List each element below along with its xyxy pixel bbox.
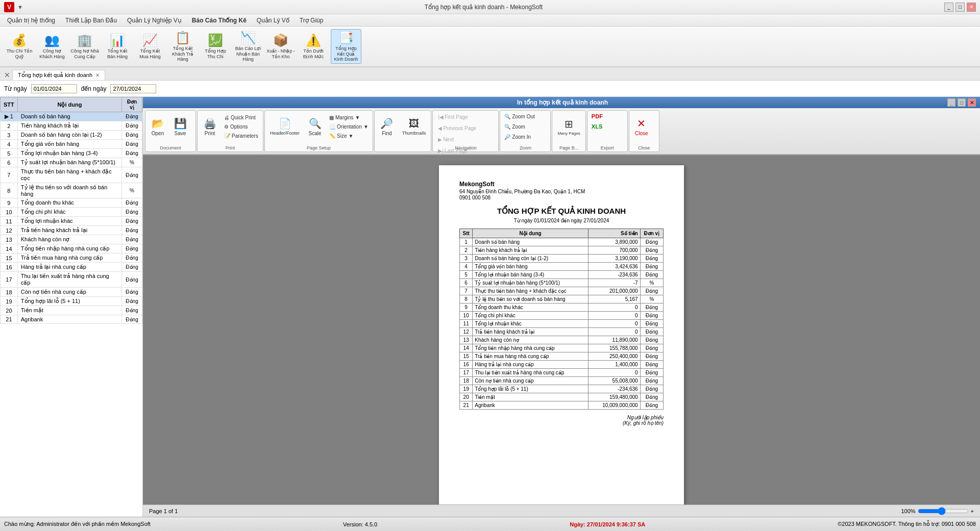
report-cell-donvi: Đồng: [640, 385, 663, 393]
print-btn[interactable]: 🖨️ Print: [200, 112, 220, 141]
toolbar-thu-chi[interactable]: 💰 Thu Chi Tồn Quỹ: [4, 29, 35, 64]
toolbar-bao-cao[interactable]: 📉 Báo Cáo Lợi Nhuận Bán Hàng: [233, 29, 263, 64]
zoom-in-btn[interactable]: 🔎 Zoom In: [502, 132, 536, 141]
from-date-input[interactable]: [31, 84, 77, 93]
save-btn[interactable]: 💾 Save: [170, 112, 190, 141]
toolbar-xuat-nhap[interactable]: 📦 Xuất - Nhập - Tồn Kho: [265, 29, 296, 64]
header-footer-btn[interactable]: 📄 Header/Footer: [267, 112, 303, 141]
many-pages-btn[interactable]: ⊞ Many Pages: [554, 112, 583, 141]
print-preview-area[interactable]: MekongSoft 64 Nguyễn Đình Chiểu, Phường …: [143, 155, 980, 504]
window-menu-arrow[interactable]: ▼: [17, 4, 23, 10]
toolbar-tong-hop-tc[interactable]: 💹 Tổng Hợp Thu Chi: [200, 29, 231, 64]
quick-print-btn[interactable]: 🖨 Quick Print: [222, 113, 260, 122]
table-row[interactable]: 19 Tổng hợp lãi lỗ (5 + 11) Đồng: [1, 297, 142, 306]
print-minimize-btn[interactable]: _: [947, 98, 955, 107]
report-table-row: 8 Tỷ lệ thu tiền so với doanh số bán hàn…: [460, 295, 664, 304]
table-row[interactable]: 13 Khách hàng còn nợ Đồng: [1, 235, 142, 244]
report-cell-noidung: Tiền mặt: [473, 393, 588, 401]
table-row[interactable]: 20 Tiền mặt Đồng: [1, 306, 142, 315]
report-cell-stt: 7: [460, 287, 473, 295]
close-all-tabs[interactable]: ✕: [2, 70, 12, 80]
toolbar-ton-duoi[interactable]: ⚠️ Tồn Dưới Định Mức: [298, 29, 329, 64]
menu-quan-ly-vo[interactable]: Quản Lý Vố: [252, 16, 295, 25]
header-footer-label: Header/Footer: [270, 131, 300, 136]
export-pdf-btn[interactable]: PDF: [590, 112, 605, 121]
table-row[interactable]: 12 Trả tiền hàng khách trả lại Đồng: [1, 226, 142, 235]
table-row[interactable]: 7 Thực thu tiền bán hàng + khách đặc cọc…: [1, 167, 142, 183]
ribbon-close-group: ✕ Close Close: [629, 110, 659, 152]
restore-btn[interactable]: □: [955, 3, 965, 12]
menu-tro-giup[interactable]: Trợ Giúp: [295, 16, 329, 25]
table-row[interactable]: 14 Tổng tiền nhập hàng nhà cung cấp Đồng: [1, 244, 142, 254]
table-row[interactable]: 11 Tổng lợi nhuận khác Đồng: [1, 217, 142, 226]
orientation-btn[interactable]: 📃 Orientation ▼: [327, 122, 371, 131]
zoom-btn[interactable]: 🔍 Zoom: [502, 122, 536, 131]
thumbnails-btn[interactable]: 🖼 Thumbnails: [399, 112, 429, 141]
toolbar-tong-ket-kth[interactable]: 📋 Tổng Kết Khách Trả Hàng: [167, 29, 198, 64]
cell-noidung: Tổng lợi nhuận khác: [17, 217, 121, 226]
toolbar-cong-no-kh[interactable]: 👥 Công Nợ Khách Hàng: [37, 29, 67, 64]
tab-close-btn[interactable]: ✕: [95, 72, 100, 78]
toolbar-tong-ket-bh[interactable]: 📊 Tổng Kết Bán Hàng: [102, 29, 133, 64]
toolbar-cong-no-ncc[interactable]: 🏢 Công Nợ Nhà Cung Cấp: [69, 29, 100, 64]
tab-bar: ✕ Tổng hợp kết quả kinh doanh ✕: [0, 67, 980, 81]
app-icon[interactable]: V: [4, 2, 14, 12]
tab-tong-hop-kqkd[interactable]: Tổng hợp kết quả kinh doanh ✕: [12, 70, 105, 80]
report-table-row: 13 Khách hàng còn nợ 11,890,000 Đồng: [460, 336, 664, 344]
parameters-btn[interactable]: 📝 Parameters: [222, 131, 260, 140]
table-row[interactable]: ▶ 1 Doanh số bán hàng Đồng: [1, 112, 142, 121]
report-cell-noidung: Thực thu tiền bán hàng + khách đặc cọc: [473, 287, 588, 295]
export-xls-btn[interactable]: XLS: [590, 122, 604, 131]
toolbar-tong-ket-mh[interactable]: 📈 Tổng Kết Mua Hàng: [135, 29, 165, 64]
table-row[interactable]: 15 Trả tiền mua hàng nhà cung cấp Đồng: [1, 254, 142, 263]
menu-bao-cao[interactable]: Báo Cáo Thống Kê: [187, 16, 252, 25]
table-row[interactable]: 21 Agribank Đồng: [1, 315, 142, 324]
table-row[interactable]: 10 Tổng chi phí khác Đồng: [1, 208, 142, 217]
menu-thiet-lap[interactable]: Thiết Lập Ban Đầu: [60, 16, 122, 25]
report-cell-stt: 19: [460, 385, 473, 393]
menu-quan-tri[interactable]: Quản trị hệ thống: [2, 16, 60, 25]
report-cell-donvi: Đồng: [640, 255, 663, 263]
table-row[interactable]: 6 Tỷ suất lợi nhuận bán hàng (5*100/1) %: [1, 158, 142, 167]
tong-ket-kth-label: Tổng Kết Khách Trả Hàng: [168, 46, 197, 62]
report-cell-stt: 18: [460, 377, 473, 385]
table-row[interactable]: 5 Tổng lợi nhuận bán hàng (3-4) Đồng: [1, 149, 142, 158]
table-row[interactable]: 9 Tổng doanh thu khác Đồng: [1, 198, 142, 208]
report-cell-stt: 13: [460, 336, 473, 344]
table-row[interactable]: 2 Tiền hàng khách trả lại Đồng: [1, 121, 142, 131]
minimize-btn[interactable]: _: [944, 3, 953, 12]
print-close-btn[interactable]: ✕: [968, 98, 976, 107]
previous-page-btn[interactable]: ◀ Previous Page: [435, 123, 479, 133]
parameters-icon: 📝: [224, 133, 230, 139]
table-row[interactable]: 17 Thu lại tiền xuất trả hàng nhà cung c…: [1, 272, 142, 288]
margins-btn[interactable]: ▦ Margins ▼: [327, 113, 371, 122]
open-btn[interactable]: 📂 Open: [148, 112, 168, 141]
first-page-btn[interactable]: |◀ First Page: [435, 112, 479, 122]
find-btn[interactable]: 🔎 Find: [377, 112, 397, 141]
options-btn[interactable]: ⚙ Options: [222, 122, 260, 131]
zoom-out-icon: 🔍: [504, 114, 510, 119]
zoom-out-btn[interactable]: 🔍 Zoom Out: [502, 112, 536, 121]
table-row[interactable]: 4 Tổng giá vốn bán hàng Đồng: [1, 140, 142, 149]
toolbar-tong-hop-kqkd[interactable]: 📑 Tổng Hợp Kết Quả Kinh Doanh: [331, 29, 361, 64]
table-row[interactable]: 18 Còn nợ tiền nhà cung cấp Đồng: [1, 288, 142, 297]
print-restore-btn[interactable]: □: [958, 98, 966, 107]
zoom-col: 🔍 Zoom Out 🔍 Zoom 🔎 Zoom In: [502, 112, 536, 148]
to-date-input[interactable]: [110, 84, 156, 93]
zoom-slider[interactable]: [918, 507, 969, 515]
size-btn[interactable]: 📏 Size ▼: [327, 131, 371, 140]
cell-donvi: Đồng: [122, 263, 142, 272]
table-row[interactable]: 16 Hàng trả lại nhà cung cấp Đồng: [1, 263, 142, 272]
dialog-close-btn[interactable]: ✕ Close: [631, 112, 652, 141]
table-row[interactable]: 8 Tỷ lệ thu tiền so với doanh số bán hàn…: [1, 183, 142, 198]
scale-btn[interactable]: 🔍 Scale: [305, 112, 325, 141]
next-page-btn[interactable]: ▶ Next: [435, 134, 479, 144]
export-xls-icon: XLS: [592, 123, 602, 130]
cong-no-kh-label: Công Nợ Khách Hàng: [38, 48, 66, 60]
report-table-row: 15 Trả tiền mua hàng nhà cung cấp 250,40…: [460, 352, 664, 361]
menu-quan-ly[interactable]: Quản Lý Nghiệp Vụ: [122, 16, 187, 25]
open-label: Open: [152, 131, 164, 136]
report-cell-sotien: -234,636: [588, 271, 640, 279]
close-btn[interactable]: ✕: [967, 3, 976, 12]
table-row[interactable]: 3 Doanh số bán hàng còn lại (1-2) Đồng: [1, 131, 142, 140]
